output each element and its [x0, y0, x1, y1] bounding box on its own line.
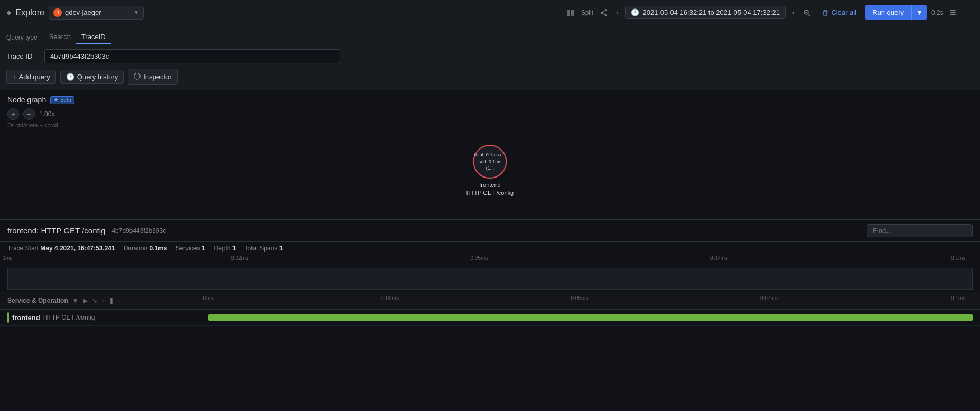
panel-title-row: Node graph Beta: [7, 96, 973, 104]
topbar-right: Split ‹ 🕑 2021-05-04 16:32:21 to 2021-05…: [564, 5, 974, 20]
ruler-0.02ms: 0.02ms: [231, 255, 248, 266]
view-toggle-button[interactable]: ☰: [948, 6, 958, 18]
query-history-button[interactable]: 🕑 Query history: [60, 70, 124, 84]
service-name-cell: frontend HTTP GET /config: [7, 312, 208, 323]
node-graph-canvas: total: 0.1ms (... self: 0.1ms (1... fron…: [7, 128, 973, 214]
query-tabs: Query type Search TraceID: [6, 31, 974, 44]
node-graph-panel: Node graph Beta + − 1.00x Or ctrl/meta +…: [0, 90, 980, 220]
services-label: Services 1: [175, 245, 205, 252]
service-table-header: Service & Operation ▼ ▶ ↘ » ‖ 0ms 0.02ms…: [0, 292, 980, 310]
svg-rect-0: [567, 10, 570, 16]
stl-0ms: 0ms: [203, 295, 213, 306]
expand-all-button[interactable]: »: [100, 296, 106, 305]
query-type-label: Query type: [6, 34, 38, 41]
depth-label: Depth 1: [213, 245, 236, 252]
service-table: Service & Operation ▼ ▶ ↘ » ‖ 0ms 0.02ms…: [0, 292, 980, 326]
stl-0.1ms: 0.1ms: [951, 295, 965, 306]
zoom-in-button[interactable]: +: [7, 108, 19, 120]
trace-start-label: Trace Start May 4 2021, 16:47:53.241: [7, 245, 115, 252]
topbar-left: ● Explore J gdev-jaeger ▼: [6, 6, 560, 20]
minimize-button[interactable]: —: [963, 6, 974, 18]
trace-meta: Trace Start May 4 2021, 16:47:53.241 Dur…: [0, 242, 980, 255]
split-label: Split: [581, 9, 593, 16]
total-spans-label: Total Spans 1: [245, 245, 283, 252]
collapse-all-button[interactable]: ▼: [71, 296, 80, 305]
zoom-out-button-graph[interactable]: −: [23, 108, 35, 120]
service-col-title: Service & Operation ▼ ▶ ↘ » ‖: [7, 296, 208, 305]
prev-time-button[interactable]: ‹: [614, 6, 621, 18]
datasource-name: gdev-jaeger: [65, 8, 130, 16]
trash-icon: [822, 9, 829, 16]
stl-0.02ms: 0.02ms: [381, 295, 399, 306]
action-bar: + Add query 🕑 Query history ⓘ Inspector: [6, 69, 974, 85]
svg-line-8: [808, 14, 810, 16]
node-ring: total: 0.1ms (... self: 0.1ms (1...: [473, 145, 507, 179]
run-query-dropdown-arrow[interactable]: ▼: [912, 5, 927, 20]
node-label: frontend HTTP GET /config: [466, 181, 514, 198]
svg-rect-1: [571, 10, 574, 16]
column-separator: ‖: [110, 297, 113, 304]
query-section: Query type Search TraceID Trace ID + Add…: [0, 25, 980, 90]
stl-0.07ms: 0.07ms: [760, 295, 778, 306]
share-button[interactable]: [598, 6, 610, 19]
clear-all-button[interactable]: Clear all: [817, 6, 861, 18]
zoom-level: 1.00x: [39, 110, 54, 118]
service-col-controls: ▼ ▶ ↘ » ‖: [71, 296, 114, 305]
datasource-icon: J: [53, 8, 62, 17]
expand-next-button[interactable]: ▶: [82, 296, 89, 305]
clock-icon: 🕑: [631, 8, 639, 16]
beta-badge: Beta: [50, 96, 74, 104]
split-button[interactable]: [564, 6, 577, 19]
find-input[interactable]: [867, 224, 973, 237]
stl-0.05ms: 0.05ms: [571, 295, 589, 306]
service-color-bar: [7, 312, 9, 323]
datasource-picker[interactable]: J gdev-jaeger ▼: [49, 6, 144, 20]
add-query-button[interactable]: + Add query: [6, 70, 56, 84]
zoom-controls: + − 1.00x: [7, 108, 973, 120]
trace-id-label: Trace ID: [6, 52, 38, 60]
table-row[interactable]: frontend HTTP GET /config: [0, 310, 980, 326]
plus-icon: +: [12, 73, 16, 81]
svg-line-6: [602, 13, 606, 15]
timeline-bar-container: [0, 266, 980, 292]
trace-id-input[interactable]: [44, 49, 340, 63]
trace-panel: frontend: HTTP GET /config 4b7d9b443f2b3…: [0, 220, 980, 326]
timeline-bg-bar: [7, 268, 973, 290]
operation-name: HTTP GET /config: [43, 314, 95, 321]
app-title: Explore: [16, 8, 44, 17]
timeline-ruler: 0ms 0.02ms 0.05ms 0.07ms 0.1ms: [0, 255, 980, 266]
next-time-button[interactable]: ›: [790, 6, 796, 18]
tab-traceid[interactable]: TraceID: [76, 31, 111, 44]
find-input-wrapper: [867, 224, 973, 237]
chevron-down-icon: ▼: [134, 10, 139, 15]
inspector-button[interactable]: ⓘ Inspector: [128, 69, 177, 85]
service-span-bar-cell: [208, 314, 973, 321]
run-query-label[interactable]: Run query: [865, 5, 912, 20]
ruler-0ms: 0ms: [3, 255, 13, 266]
trace-id-row: Trace ID: [6, 49, 974, 63]
service-name: frontend: [12, 314, 40, 322]
service-timeline-header: 0ms 0.02ms 0.05ms 0.07ms 0.1ms: [208, 295, 973, 306]
run-query-button[interactable]: Run query ▼: [865, 5, 927, 20]
ruler-0.1ms: 0.1ms: [951, 255, 965, 266]
info-icon: ⓘ: [134, 72, 141, 81]
compass-icon: ●: [6, 8, 12, 17]
query-time-badge: 0.2s: [931, 9, 944, 16]
node-circle[interactable]: total: 0.1ms (... self: 0.1ms (1... fron…: [466, 145, 514, 198]
trace-title: frontend: HTTP GET /config: [7, 226, 105, 235]
trace-header: frontend: HTTP GET /config 4b7d9b443f2b3…: [0, 220, 980, 242]
time-range-value: 2021-05-04 16:32:21 to 2021-05-04 17:32:…: [642, 8, 780, 16]
history-icon: 🕑: [66, 73, 74, 81]
tab-search[interactable]: Search: [44, 31, 76, 44]
topbar: ● Explore J gdev-jaeger ▼ Split ‹ 🕑 2021…: [0, 0, 980, 25]
time-range-picker[interactable]: 🕑 2021-05-04 16:32:21 to 2021-05-04 17:3…: [625, 6, 786, 19]
trace-trace-id: 4b7d9b443f2b303c: [111, 227, 166, 235]
zoom-out-button[interactable]: [800, 6, 813, 19]
collapse-children-button[interactable]: ↘: [91, 296, 98, 305]
svg-line-5: [602, 10, 606, 13]
node-graph-title: Node graph: [7, 96, 46, 104]
duration-label: Duration 0.1ms: [124, 245, 167, 252]
ruler-0.05ms: 0.05ms: [471, 255, 488, 266]
ruler-0.07ms: 0.07ms: [710, 255, 727, 266]
zoom-hint: Or ctrl/meta + scroll: [7, 122, 973, 128]
